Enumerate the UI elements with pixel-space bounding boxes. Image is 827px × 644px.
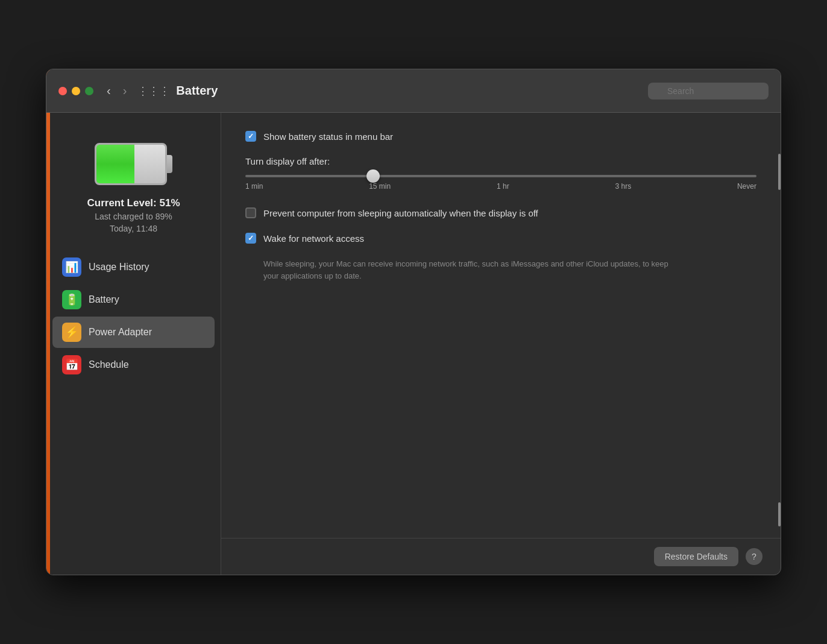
content-area: Current Level: 51% Last charged to 89% T… [46,113,781,575]
slider-label-1hr: 1 hr [497,182,509,191]
slider-label-never: Never [737,182,756,191]
main-panel: Show battery status in menu bar Turn dis… [221,113,781,538]
slider-thumb[interactable] [366,169,380,183]
battery-nav-label: Battery [89,294,119,305]
display-off-section: Turn display off after: 1 min 15 min 1 h… [245,156,756,191]
prevent-sleep-checkbox[interactable] [245,207,256,218]
battery-nav-icon: 🔋 [62,290,81,309]
wake-network-checkbox[interactable] [245,233,256,244]
power-adapter-label: Power Adapter [89,327,152,338]
show-battery-checkbox-row: Show battery status in menu bar [245,131,393,142]
schedule-label: Schedule [89,359,129,370]
battery-body [95,143,167,185]
restore-defaults-button[interactable]: Restore Defaults [654,547,738,566]
battery-level-label: Current Level: 51% [87,197,180,209]
left-edge-decoration [46,69,50,575]
back-button[interactable]: ‹ [103,83,115,99]
slider-track [245,175,756,177]
search-input[interactable] [648,83,769,99]
bottom-bar: Restore Defaults ? [221,538,781,575]
schedule-icon: 📅 [62,355,81,374]
show-battery-setting: Show battery status in menu bar [245,131,756,142]
wake-network-description: While sleeping, your Mac can receive inc… [263,258,685,282]
minimize-button[interactable] [72,87,80,95]
usage-history-label: Usage History [89,262,149,273]
search-container: 🔍 [648,83,769,99]
battery-cap [166,155,172,173]
show-battery-label: Show battery status in menu bar [263,131,393,142]
window-title: Battery [176,84,648,98]
sidebar-item-power-adapter[interactable]: ⚡ Power Adapter [52,317,215,348]
traffic-lights [58,87,93,95]
battery-time-label: Today, 11:48 [87,224,180,233]
grid-icon: ⋮⋮⋮ [137,84,170,98]
display-off-title: Turn display off after: [245,156,756,166]
battery-charged-label: Last charged to 89% [87,212,180,221]
wake-network-label: Wake for network access [263,233,364,244]
usage-history-icon: 📊 [62,257,81,277]
slider-label-1min: 1 min [245,182,263,191]
prevent-sleep-setting: Prevent computer from sleeping automatic… [245,207,756,218]
sidebar-item-schedule[interactable]: 📅 Schedule [52,349,215,380]
wake-network-checkbox-row: Wake for network access [245,233,364,244]
titlebar: ‹ › ⋮⋮⋮ Battery 🔍 [46,69,781,113]
sidebar-item-battery[interactable]: 🔋 Battery [52,284,215,315]
battery-graphic [95,143,172,185]
battery-info: Current Level: 51% Last charged to 89% T… [87,197,180,233]
prevent-sleep-label: Prevent computer from sleeping automatic… [263,208,538,218]
forward-button[interactable]: › [119,83,131,99]
wake-network-row: Wake for network access [245,233,756,244]
main-content-wrapper: Show battery status in menu bar Turn dis… [221,113,781,575]
sidebar: Current Level: 51% Last charged to 89% T… [46,113,221,575]
sidebar-item-usage-history[interactable]: 📊 Usage History [52,251,215,283]
close-button[interactable] [58,87,67,95]
maximize-button[interactable] [85,87,93,95]
right-edge-top [778,154,781,190]
power-adapter-icon: ⚡ [62,323,81,342]
slider-labels: 1 min 15 min 1 hr 3 hrs Never [245,182,756,191]
nav-buttons: ‹ › [103,83,130,99]
help-button[interactable]: ? [746,548,763,565]
wake-network-setting: Wake for network access While sleeping, … [245,233,756,282]
prevent-sleep-checkbox-row: Prevent computer from sleeping automatic… [245,207,538,218]
slider-label-15min: 15 min [369,182,391,191]
slider-label-3hrs: 3 hrs [615,182,631,191]
slider-container [245,175,756,177]
battery-fill [96,145,134,183]
show-battery-checkbox[interactable] [245,131,256,142]
right-edge-bottom [778,502,781,526]
sidebar-nav: 📊 Usage History 🔋 Battery ⚡ Power Adapte… [46,251,221,382]
